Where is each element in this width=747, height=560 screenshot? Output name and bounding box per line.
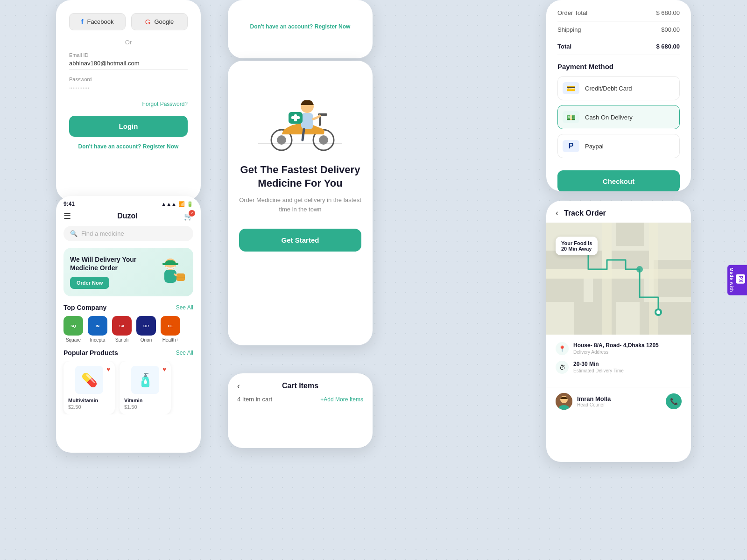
heart-icon-vitamin: ♥ bbox=[162, 366, 166, 373]
facebook-button[interactable]: f Facebook bbox=[69, 13, 126, 30]
svg-rect-28 bbox=[602, 223, 612, 335]
track-order-card: ‹ Track Order bbox=[546, 201, 691, 462]
svg-rect-11 bbox=[291, 116, 300, 119]
menu-icon[interactable]: ☰ bbox=[63, 211, 71, 221]
paypal-option[interactable]: P Paypal bbox=[557, 134, 680, 158]
email-field-group: Email ID abhinav180@hotmail.com bbox=[69, 52, 188, 70]
order-now-button[interactable]: Order Now bbox=[70, 277, 109, 289]
forgot-password-link[interactable]: Forgot Password? bbox=[69, 101, 188, 107]
top-company-title: Top Company bbox=[63, 304, 106, 311]
popular-products-title: Popular Products bbox=[63, 349, 118, 357]
delivery-body: Get The Fastest Delivery Medicine For Yo… bbox=[228, 61, 373, 265]
payment-card: Order Total $ 680.00 Shipping $00.00 Tot… bbox=[546, 0, 691, 191]
made-with-text: Made with bbox=[729, 268, 734, 293]
credit-card-option[interactable]: 💳 Credit/Debit Card bbox=[557, 76, 680, 100]
product-vitamin[interactable]: ♥ 🧴 Vitamin $1.50 bbox=[120, 361, 171, 414]
company-item-health[interactable]: HE Health+ bbox=[161, 316, 180, 343]
add-more-items-button[interactable]: +Add More Items bbox=[320, 396, 363, 403]
cash-delivery-option[interactable]: 💵 Cash On Delivery bbox=[557, 105, 680, 129]
svg-rect-26 bbox=[640, 302, 691, 335]
shipping-value: $00.00 bbox=[661, 26, 680, 33]
multivitamin-price: $2.50 bbox=[68, 404, 110, 410]
company-item-sanofi[interactable]: SA Sanofi bbox=[112, 316, 132, 343]
facebook-label: Facebook bbox=[87, 18, 113, 25]
svg-rect-27 bbox=[546, 269, 691, 279]
login-body: f Facebook G Google Or Email ID abhinav1… bbox=[56, 0, 201, 161]
person-name: Imran Molla bbox=[577, 395, 661, 402]
password-value[interactable]: ············ bbox=[69, 84, 188, 94]
cart-summary: 4 Item in cart +Add More Items bbox=[228, 396, 373, 410]
paypal-label: Paypal bbox=[585, 143, 604, 150]
company-item-square[interactable]: SQ Square bbox=[63, 316, 83, 343]
svg-rect-24 bbox=[616, 223, 644, 246]
paypal-icon: P bbox=[563, 140, 579, 152]
register-now-link[interactable]: Register Now bbox=[315, 23, 351, 30]
cart-back-button[interactable]: ‹ bbox=[237, 381, 240, 391]
time-icon: ⏱ bbox=[556, 361, 569, 374]
address-sub: Delivery Address bbox=[573, 350, 659, 355]
email-value[interactable]: abhinav180@hotmail.com bbox=[69, 60, 188, 70]
bubble-line1: Your Food is bbox=[561, 240, 592, 246]
orion-name: Orion bbox=[141, 337, 152, 343]
cart-card: ‹ Cart Items 4 Item in cart +Add More It… bbox=[228, 373, 373, 448]
items-in-cart: 4 Item in cart bbox=[237, 396, 272, 403]
status-bar: 9:41 ▲▲▲ 📶 🔋 bbox=[56, 196, 201, 209]
total-row: Total $ 680.00 bbox=[557, 43, 680, 55]
product-multivitamin[interactable]: ♥ 💊 Multivitamin $2.50 bbox=[63, 361, 115, 414]
call-button[interactable]: 📞 bbox=[666, 393, 682, 409]
checkout-button[interactable]: Checkout bbox=[557, 170, 680, 191]
time-row: ⏱ 20-30 Min Estimated Delivery Time bbox=[556, 361, 682, 374]
svg-point-2 bbox=[277, 135, 286, 145]
square-name: Square bbox=[66, 337, 81, 343]
track-back-button[interactable]: ‹ bbox=[556, 208, 558, 218]
heart-icon-multivitamin: ♥ bbox=[106, 366, 110, 373]
cash-delivery-label: Cash On Delivery bbox=[585, 114, 633, 121]
email-label: Email ID bbox=[69, 52, 188, 58]
svg-rect-29 bbox=[649, 223, 658, 335]
address-icon: 📍 bbox=[556, 342, 569, 355]
home-card: 9:41 ▲▲▲ 📶 🔋 ☰ Duzol 🛒 2 🔍 Find a medici… bbox=[56, 196, 201, 453]
health-name: Health+ bbox=[162, 337, 179, 343]
time-display: 9:41 bbox=[63, 201, 75, 207]
svg-rect-13 bbox=[164, 270, 176, 283]
cart-header: ‹ Cart Items bbox=[228, 373, 373, 396]
register-strip-card: Don't have an account? Register Now bbox=[228, 0, 373, 58]
login-button[interactable]: Login bbox=[69, 116, 188, 137]
credit-card-label: Credit/Debit Card bbox=[585, 85, 632, 92]
incepta-name: Incepta bbox=[90, 337, 106, 343]
cash-icon: 💵 bbox=[563, 111, 579, 123]
cart-icon-button[interactable]: 🛒 2 bbox=[184, 212, 193, 221]
no-account-text: Don't have an account? bbox=[78, 143, 141, 150]
login-card: f Facebook G Google Or Email ID abhinav1… bbox=[56, 0, 201, 201]
delivery-card: Get The Fastest Delivery Medicine For Yo… bbox=[228, 61, 373, 345]
company-item-orion[interactable]: OR Orion bbox=[136, 316, 156, 343]
px-badge: PX Made with bbox=[727, 265, 747, 295]
register-link[interactable]: Register Now bbox=[143, 143, 179, 150]
products-list: ♥ 💊 Multivitamin $2.50 ♥ 🧴 Vitamin $1.50 bbox=[56, 361, 201, 414]
svg-rect-8 bbox=[301, 113, 313, 129]
banner-illustration bbox=[154, 256, 187, 288]
bubble-line2: 20 Min Away bbox=[561, 246, 592, 252]
banner-text: We Will Delivery Your Medicine Order Ord… bbox=[70, 255, 154, 289]
app-title: Duzol bbox=[117, 212, 138, 220]
address-row: 📍 House- 8/A, Road- 4,Dhaka 1205 Deliver… bbox=[556, 342, 682, 355]
search-icon: 🔍 bbox=[70, 230, 78, 237]
track-details: 📍 House- 8/A, Road- 4,Dhaka 1205 Deliver… bbox=[546, 335, 691, 387]
google-icon: G bbox=[145, 18, 151, 26]
sanofi-logo: SA bbox=[112, 316, 132, 336]
track-title: Track Order bbox=[564, 209, 606, 217]
password-field-group: Password ············ bbox=[69, 77, 188, 94]
track-info-bubble: Your Food is 20 Min Away bbox=[556, 237, 598, 255]
orion-logo: OR bbox=[136, 316, 156, 336]
top-company-see-all[interactable]: See All bbox=[176, 304, 193, 311]
search-placeholder: Find a medicine bbox=[81, 230, 124, 237]
popular-products-see-all[interactable]: See All bbox=[176, 350, 193, 356]
company-item-incepta[interactable]: IN Incepta bbox=[88, 316, 107, 343]
google-button[interactable]: G Google bbox=[131, 13, 188, 30]
vitamin-price: $1.50 bbox=[124, 404, 166, 410]
dont-have-row: Don't have an account? Register Now bbox=[228, 0, 373, 30]
cart-badge: 2 bbox=[189, 210, 195, 217]
get-started-button[interactable]: Get Started bbox=[239, 229, 361, 252]
shipping-label: Shipping bbox=[557, 26, 581, 33]
search-bar[interactable]: 🔍 Find a medicine bbox=[63, 226, 193, 241]
